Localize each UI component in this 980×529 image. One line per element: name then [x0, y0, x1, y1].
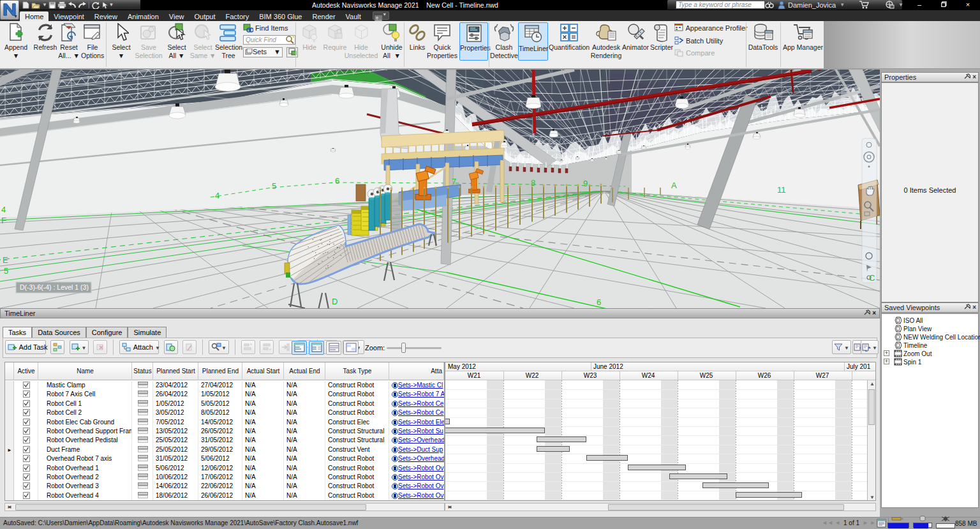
svg-text:4: 4	[215, 191, 219, 200]
svg-text:6: 6	[335, 176, 339, 186]
svg-text:8: 8	[531, 178, 535, 188]
svg-text:C: C	[869, 273, 875, 283]
svg-text:5: 5	[4, 266, 8, 276]
svg-text:D(-3)-6(-4) : Level 1 (3): D(-3)-6(-4) : Level 1 (3)	[20, 283, 89, 291]
svg-text:9: 9	[583, 179, 588, 188]
svg-text:5: 5	[272, 181, 276, 191]
svg-text:D: D	[332, 297, 338, 306]
svg-text:A: A	[671, 181, 677, 190]
svg-text:4: 4	[1, 205, 6, 214]
svg-text:E: E	[3, 255, 8, 265]
svg-text:F: F	[1, 216, 6, 225]
svg-text:7: 7	[452, 177, 456, 186]
svg-text:11: 11	[777, 185, 786, 195]
svg-text:6: 6	[597, 297, 601, 307]
